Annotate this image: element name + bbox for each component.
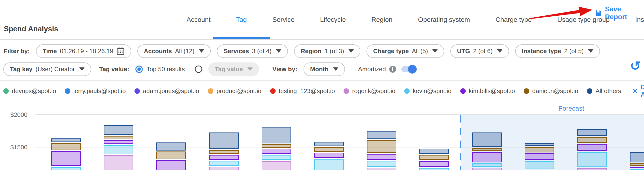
tab-operating-system[interactable]: Operating system: [418, 0, 470, 39]
bar-segment-daniel-n-spot-io[interactable]: [472, 148, 502, 151]
legend-item-testing-123-spot-io[interactable]: testing_123@spot.io: [270, 87, 335, 95]
info-icon[interactable]: i: [389, 66, 396, 73]
bar-segment-kim-bills-spot-io[interactable]: [209, 155, 239, 159]
bar-segment-daniel-n-spot-io[interactable]: [104, 136, 133, 139]
filter-pill-time[interactable]: Time01.26.19 - 10.26.19: [36, 44, 131, 58]
bar-segment-roger-k-spot-io[interactable]: [367, 168, 396, 170]
bar-segment-roger-k-spot-io[interactable]: [262, 161, 291, 170]
bar-segment-all-others[interactable]: [156, 142, 186, 150]
bar-segment-kim-bills-spot-io[interactable]: [262, 149, 291, 154]
tab-tag[interactable]: Tag: [236, 0, 247, 39]
bar-segment-all-others[interactable]: [104, 125, 133, 135]
bar-segment-all-others[interactable]: [51, 138, 81, 142]
legend-item-product-spot-io[interactable]: product@spot.io: [208, 87, 262, 95]
bar-segment-kevin-spot-io[interactable]: [262, 155, 291, 160]
filter-bar: Filter by: Time01.26.19 - 10.26.19Accoun…: [4, 44, 600, 58]
bar-segment-all-others[interactable]: [630, 152, 644, 162]
bar-segment-roger-k-spot-io[interactable]: [104, 155, 133, 170]
legend-item-kim-bills-spot-io[interactable]: kim.bills@spot.io: [460, 87, 515, 95]
x-icon: ✕: [632, 87, 638, 95]
radio-tag-value[interactable]: [195, 65, 202, 73]
bar-segment-daniel-n-spot-io[interactable]: [51, 143, 81, 150]
filter-pill-instance-type[interactable]: Instance type2 (of 5): [515, 44, 600, 58]
filter-pill-utg[interactable]: UTG2 (of 6): [450, 44, 509, 58]
tab-bar: AccountTagServiceLifecycleRegionOperatin…: [186, 0, 644, 39]
amortized-toggle[interactable]: [401, 66, 416, 72]
pill-value: 01.26.19 - 10.26.19: [60, 47, 114, 55]
bar-segment-daniel-n-spot-io[interactable]: [525, 147, 554, 152]
bar-segment-kim-bills-spot-io[interactable]: [577, 144, 607, 151]
legend-item-jerry-pauls-spot-io[interactable]: jerry.pauls@spot.io: [65, 87, 126, 95]
bar-segment-kim-bills-spot-io[interactable]: [314, 153, 344, 158]
bar-segment-roger-k-spot-io[interactable]: [577, 168, 607, 170]
bar-segment-kevin-spot-io[interactable]: [419, 168, 449, 170]
filter-pill-accounts[interactable]: AccountsAll (12): [137, 44, 211, 58]
bar-segment-daniel-n-spot-io[interactable]: [419, 155, 449, 160]
tab-region[interactable]: Region: [372, 0, 392, 39]
bar-segment-kevin-spot-io[interactable]: [472, 163, 502, 167]
bar-segment-kim-bills-spot-io[interactable]: [156, 160, 186, 170]
bar-segment-kim-bills-spot-io[interactable]: [472, 152, 502, 162]
bar-segment-all-others[interactable]: [472, 132, 502, 147]
legend-label: roger.k@spot.io: [352, 87, 395, 95]
bar-segment-all-others[interactable]: [525, 143, 554, 146]
radio-top-50-results[interactable]: [136, 65, 143, 73]
forecast-divider-dashed-line: [460, 115, 461, 170]
bar-segment-all-others[interactable]: [209, 132, 239, 149]
legend-label: adam.jones@spot.io: [143, 87, 199, 95]
tab-account[interactable]: Account: [186, 0, 210, 39]
bar-segment-kevin-spot-io[interactable]: [577, 152, 607, 167]
legend-item-adam-jones-spot-io[interactable]: adam.jones@spot.io: [134, 87, 199, 95]
bar-segment-daniel-n-spot-io[interactable]: [314, 147, 344, 152]
bar-segment-daniel-n-spot-io[interactable]: [156, 151, 186, 159]
bar-segment-kevin-spot-io[interactable]: [525, 161, 554, 169]
pill-label: Region: [301, 47, 322, 55]
legend-item-daniel-n-spot-io[interactable]: daniel.n@spot.io: [524, 87, 578, 95]
bar-segment-kevin-spot-io[interactable]: [367, 161, 396, 167]
tag-key-pill[interactable]: Tag key (User) Creator: [3, 62, 91, 76]
bar-segment-kim-bills-spot-io[interactable]: [525, 153, 554, 160]
bar-segment-kevin-spot-io[interactable]: [209, 161, 239, 166]
bar-segment-roger-k-spot-io[interactable]: [472, 168, 502, 170]
bar-segment-all-others[interactable]: [314, 142, 344, 146]
bar-segment-daniel-n-spot-io[interactable]: [630, 163, 644, 165]
chart-legend: devops@spot.iojerry.pauls@spot.ioadam.jo…: [3, 83, 644, 98]
bar-segment-kim-bills-spot-io[interactable]: [367, 154, 396, 159]
filter-by-label: Filter by:: [4, 47, 30, 55]
bar-segment-kevin-spot-io[interactable]: [51, 167, 81, 170]
tag-filter-bar: Tag key (User) Creator Tag value: Top 50…: [3, 62, 416, 76]
tab-service[interactable]: Service: [272, 0, 294, 39]
bar-segment-daniel-n-spot-io[interactable]: [577, 137, 607, 143]
pill-label: Charge type: [373, 47, 409, 55]
filter-pill-services[interactable]: Services3 (of 4): [217, 44, 288, 58]
legend-item-all-others[interactable]: All others: [587, 87, 621, 95]
legend-item-roger-k-spot-io[interactable]: roger.k@spot.io: [344, 87, 395, 95]
bar-segment-kim-bills-spot-io[interactable]: [419, 161, 449, 167]
legend-item-devops-spot-io[interactable]: devops@spot.io: [3, 87, 56, 95]
bar-segment-roger-k-spot-io[interactable]: [209, 167, 239, 170]
bar-segment-all-others[interactable]: [262, 127, 291, 144]
bar-segment-kim-bills-spot-io[interactable]: [630, 167, 644, 168]
bar-segment-all-others[interactable]: [367, 131, 396, 139]
bar-segment-kevin-spot-io[interactable]: [630, 169, 644, 170]
bar-segment-all-others[interactable]: [419, 149, 449, 154]
bar-segment-daniel-n-spot-io[interactable]: [367, 140, 396, 153]
bar-segment-kim-bills-spot-io[interactable]: [51, 151, 81, 166]
filter-pill-region[interactable]: Region1 (of 3): [294, 44, 360, 58]
reset-icon[interactable]: ↺: [630, 59, 641, 72]
filter-pill-charge-type[interactable]: Charge typeAll (5): [366, 44, 444, 58]
bar-segment-kevin-spot-io[interactable]: [104, 145, 133, 154]
legend-label: devops@spot.io: [12, 87, 56, 95]
bar-segment-all-others[interactable]: [577, 129, 607, 136]
deselect-all-button[interactable]: ✕Deselect All: [632, 83, 644, 98]
calendar-icon: [116, 47, 124, 55]
tab-charge-type[interactable]: Charge type: [496, 0, 532, 39]
tab-lifecycle[interactable]: Lifecycle: [320, 0, 346, 39]
bar-segment-kim-bills-spot-io[interactable]: [104, 140, 133, 144]
bar-segment-daniel-n-spot-io[interactable]: [209, 150, 239, 154]
view-by-month-pill[interactable]: Month: [304, 62, 345, 76]
bar-segment-kevin-spot-io[interactable]: [314, 159, 344, 170]
legend-item-kevin-spot-io[interactable]: kevin@spot.io: [404, 87, 452, 95]
save-report-button[interactable]: Save Report: [595, 5, 644, 21]
bar-segment-daniel-n-spot-io[interactable]: [262, 144, 291, 148]
